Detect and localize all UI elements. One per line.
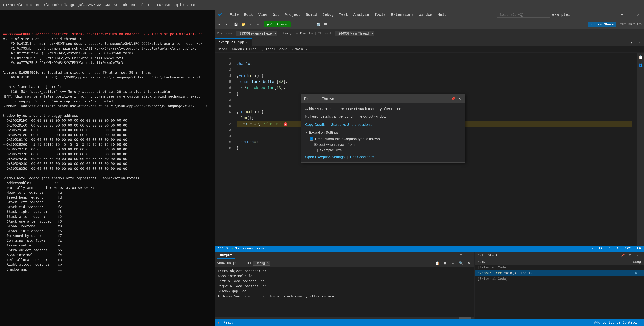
example1-checkbox-row: example1.exe bbox=[310, 148, 461, 152]
menu-project[interactable]: Project bbox=[282, 12, 303, 18]
exception-settings: Exception Settings Break when this excep… bbox=[305, 131, 461, 159]
minimize-button[interactable]: − bbox=[618, 11, 625, 18]
example1-checkbox-label: example1.exe bbox=[320, 148, 342, 152]
cs-row-0[interactable]: [External Code] bbox=[474, 265, 644, 270]
tab-close-button[interactable]: ✕ bbox=[246, 40, 248, 44]
toolbar-redo[interactable]: ↪ bbox=[254, 21, 261, 28]
output-content: Intra object redzone: bb ASan internal: … bbox=[215, 267, 474, 317]
popup-error-title: Address Sanitizer Error: Use of stack me… bbox=[305, 107, 461, 111]
menu-git[interactable]: Git bbox=[270, 12, 282, 18]
right-sidebar: 📋 👥 bbox=[637, 53, 644, 246]
edit-conditions-link[interactable]: Edit Conditions bbox=[350, 155, 374, 159]
search-input[interactable] bbox=[497, 12, 550, 18]
popup-pin-button[interactable]: 📌 bbox=[450, 96, 456, 101]
call-stack-close[interactable]: ✕ bbox=[634, 252, 641, 259]
call-stack-pin[interactable]: 📌 bbox=[620, 252, 626, 259]
maximize-button[interactable]: □ bbox=[627, 11, 634, 18]
toolbar-save[interactable]: 💾 bbox=[233, 21, 239, 28]
output-panel: Output − □ ✕ Show output from: Debug bbox=[215, 252, 474, 319]
popup-details: Full error details can be found in the o… bbox=[305, 114, 461, 119]
breadcrumb-function[interactable]: main() bbox=[295, 47, 307, 51]
breadcrumb-folder[interactable]: Miscellaneous Files bbox=[218, 47, 256, 51]
sidebar-explorer-icon[interactable]: 📋 bbox=[638, 54, 644, 60]
debug-stop[interactable]: ⏹ bbox=[322, 21, 329, 28]
output-scrollbar[interactable] bbox=[215, 317, 474, 319]
output-source-dropdown[interactable]: Debug bbox=[253, 261, 270, 266]
cs-col-lang-header: Lang bbox=[622, 260, 641, 264]
example1-checkbox[interactable] bbox=[314, 149, 318, 152]
menu-help[interactable]: Help bbox=[435, 12, 449, 18]
terminal-panel: ========================================… bbox=[0, 10, 215, 326]
no-issues-label: No issues found bbox=[235, 247, 265, 250]
output-copy[interactable]: 📋 bbox=[434, 260, 440, 266]
break-checkbox-label: Break when this exception type is thrown bbox=[315, 137, 380, 141]
debug-step-out[interactable]: ⬆ bbox=[308, 21, 314, 28]
lifecycle-label: Lifecycle Events bbox=[278, 31, 313, 35]
output-toolbar: Show output from: Debug 📋 🗑 ↵ 🔍 ⚙ bbox=[215, 259, 474, 267]
menu-view[interactable]: View bbox=[256, 12, 270, 18]
debug-step-into[interactable]: ⬇ bbox=[301, 21, 307, 28]
sidebar-team-icon[interactable]: 👥 bbox=[638, 62, 644, 68]
menu-test[interactable]: Test bbox=[337, 12, 350, 18]
copy-details-link[interactable]: Copy Details bbox=[305, 123, 326, 127]
menu-analyze[interactable]: Analyze bbox=[351, 12, 371, 18]
add-source-control[interactable]: Add to Source Control ↑ bbox=[594, 321, 641, 325]
menu-file[interactable]: File bbox=[228, 12, 241, 18]
toolbar-open[interactable]: 📁 bbox=[240, 21, 246, 28]
ready-label: Ready bbox=[224, 321, 234, 325]
process-label: Process: bbox=[217, 31, 234, 35]
output-error-line: Address Sanitizer Error: Use of stack me… bbox=[218, 294, 471, 299]
output-filter[interactable]: 🔍 bbox=[458, 260, 464, 266]
continue-button[interactable]: ▶ Continue bbox=[264, 21, 290, 27]
live-share-link[interactable]: Start Live Share session... bbox=[331, 123, 373, 127]
output-clear[interactable]: 🗑 bbox=[442, 260, 448, 266]
split-editor-button[interactable]: ⊞ bbox=[628, 39, 634, 46]
output-panel-min[interactable]: − bbox=[450, 252, 456, 259]
more-actions-button[interactable]: ⋯ bbox=[636, 39, 642, 46]
toolbar-undo[interactable]: ↩ bbox=[247, 21, 254, 28]
debug-step-over[interactable]: ⤵ bbox=[294, 21, 300, 28]
popup-title-icons: 📌 ✕ bbox=[450, 96, 462, 101]
menu-build[interactable]: Build bbox=[304, 12, 319, 18]
output-panel-close[interactable]: ✕ bbox=[466, 252, 472, 259]
exception-popup: Exception Thrown 📌 ✕ Address Sanitizer E… bbox=[301, 94, 465, 163]
thread-dropdown[interactable]: [24608] Main Thread bbox=[334, 31, 374, 36]
toolbar: ⬅ ➡ 💾 📁 ↩ ↪ ▶ Continue ⤵ ⬇ ⬆ 🔄 ⏹ bbox=[215, 19, 644, 29]
cs-row-1[interactable]: example1.exe!main() Line 12 C++ bbox=[474, 270, 644, 276]
popup-title: Exception Thrown bbox=[304, 97, 334, 101]
footer-divider: | bbox=[347, 155, 348, 159]
cs-row-2[interactable]: [External Code] bbox=[474, 276, 644, 282]
output-panel-max[interactable]: □ bbox=[458, 252, 464, 259]
menu-extensions[interactable]: Extensions bbox=[389, 12, 416, 18]
toolbar-btn-2[interactable]: ➡ bbox=[223, 21, 230, 28]
open-exception-settings-link[interactable]: Open Exception Settings bbox=[305, 155, 344, 159]
debug-restart[interactable]: 🔄 bbox=[315, 21, 322, 28]
call-stack-max[interactable]: □ bbox=[627, 252, 634, 259]
tab-example1cpp[interactable]: example1.cpp ✕ bbox=[215, 38, 252, 46]
cs-col-name-header: Name bbox=[478, 260, 622, 264]
close-button[interactable]: ✕ bbox=[635, 11, 642, 18]
terminal-title-bar: c:\MSDN\cpp-docs-pr\docs\c-language\ASAN… bbox=[0, 0, 644, 10]
menu-window[interactable]: Window bbox=[416, 12, 434, 18]
tab-label: example1.cpp bbox=[218, 40, 244, 44]
break-checkbox[interactable] bbox=[310, 137, 313, 141]
process-dropdown[interactable]: [33336] example1.exe bbox=[236, 31, 277, 36]
menu-edit[interactable]: Edit bbox=[242, 12, 255, 18]
cs-row-0-name: [External Code] bbox=[478, 266, 622, 269]
popup-close-button[interactable]: ✕ bbox=[457, 96, 462, 101]
output-wrap[interactable]: ↵ bbox=[450, 260, 456, 266]
popup-footer-links: Open Exception Settings | Edit Condition… bbox=[305, 155, 461, 159]
settings-title[interactable]: Exception Settings bbox=[305, 131, 461, 135]
output-settings[interactable]: ⚙ bbox=[466, 260, 472, 266]
menu-tools[interactable]: Tools bbox=[372, 12, 388, 18]
menu-debug[interactable]: Debug bbox=[320, 12, 336, 18]
live-share-button[interactable]: ↗ Live Share bbox=[588, 22, 616, 27]
code-line-1 bbox=[236, 55, 632, 61]
cs-col-headers: Name Lang bbox=[474, 259, 644, 265]
tab-output[interactable]: Output bbox=[217, 252, 235, 259]
output-line-1: Intra object redzone: bb bbox=[218, 268, 471, 273]
breadcrumb: Miscellaneous Files › (Global Scope) › m… bbox=[215, 46, 644, 53]
vscode-logo bbox=[217, 11, 224, 18]
toolbar-btn-1[interactable]: ⬅ bbox=[216, 21, 222, 28]
breadcrumb-scope[interactable]: (Global Scope) bbox=[261, 47, 290, 51]
